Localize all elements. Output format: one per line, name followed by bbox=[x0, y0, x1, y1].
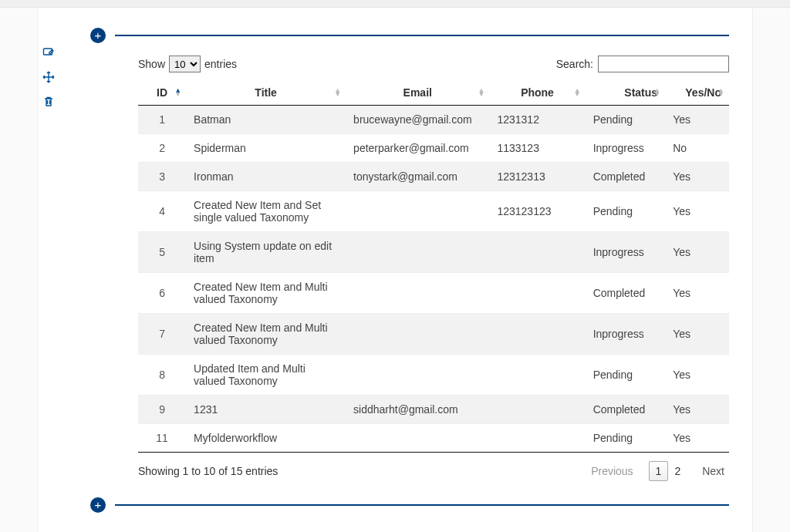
table-cell bbox=[489, 314, 585, 355]
table-cell: Inprogress bbox=[586, 314, 666, 355]
table-cell: Pending bbox=[586, 106, 666, 134]
table-cell: 4 bbox=[138, 191, 186, 232]
sort-icon: ▲▼ bbox=[717, 89, 724, 96]
table-cell bbox=[346, 424, 489, 453]
table-cell: Completed bbox=[586, 396, 666, 424]
table-cell: 3 bbox=[138, 163, 186, 191]
col-header-phone[interactable]: Phone ▲▼ bbox=[489, 80, 585, 106]
search-filter: Search: bbox=[556, 56, 729, 72]
table-cell: Created New Item and Set single valued T… bbox=[186, 191, 346, 232]
table-cell: Updated Item and Multi valued Taxonomy bbox=[186, 355, 346, 396]
table-cell bbox=[346, 355, 489, 396]
table-cell bbox=[489, 396, 585, 424]
table-cell: Pending bbox=[586, 355, 666, 396]
sort-icon: ▲▼ bbox=[334, 89, 341, 96]
page-number[interactable]: 1 bbox=[649, 461, 669, 481]
table-cell bbox=[489, 273, 585, 314]
data-table: ID ▲▼ Title ▲▼ Email ▲▼ Phone ▲▼ bbox=[138, 80, 729, 453]
table-cell: Spiderman bbox=[186, 134, 346, 163]
table-cell bbox=[346, 314, 489, 355]
datatable-wrapper: Show 10 entries Search: ID bbox=[138, 56, 729, 480]
table-cell: 123123123 bbox=[489, 191, 585, 232]
table-cell: No bbox=[665, 134, 729, 163]
table-cell: 9 bbox=[138, 396, 186, 424]
move-icon[interactable] bbox=[42, 71, 55, 83]
table-row[interactable]: 1Batmanbrucewayne@gmail.com1231312Pendin… bbox=[138, 106, 729, 134]
search-input[interactable] bbox=[598, 56, 729, 72]
table-cell: Using System update on edit item bbox=[186, 232, 346, 273]
table-cell: Completed bbox=[586, 163, 666, 191]
table-cell: Inprogress bbox=[586, 134, 666, 163]
col-header-id[interactable]: ID ▲▼ bbox=[138, 80, 186, 106]
table-cell bbox=[489, 355, 585, 396]
table-row[interactable]: 4Created New Item and Set single valued … bbox=[138, 191, 729, 232]
section-divider-top bbox=[90, 28, 729, 43]
datatable-footer: Showing 1 to 10 of 15 entries Previous 1… bbox=[138, 462, 729, 480]
sort-icon: ▲▼ bbox=[478, 89, 485, 96]
col-header-id-label: ID bbox=[157, 86, 167, 99]
table-cell bbox=[346, 273, 489, 314]
webpart-page: Show 10 entries Search: ID bbox=[37, 8, 753, 532]
table-cell: Batman bbox=[186, 106, 346, 134]
datatable-header: Show 10 entries Search: bbox=[138, 56, 729, 72]
table-cell: Created New Item and Multi valued Taxono… bbox=[186, 273, 346, 314]
table-cell: peterparker@gmail.com bbox=[346, 134, 489, 163]
table-cell: Pending bbox=[586, 191, 666, 232]
col-header-yesno-label: Yes/No bbox=[685, 86, 721, 99]
length-menu: Show 10 entries bbox=[138, 56, 237, 72]
webpart-mini-toolbar bbox=[42, 46, 55, 108]
delete-icon[interactable] bbox=[42, 96, 55, 108]
table-row[interactable]: 7Created New Item and Multi valued Taxon… bbox=[138, 314, 729, 355]
table-cell: siddharht@gmail.com bbox=[346, 396, 489, 424]
table-row[interactable]: 91231siddharht@gmail.comCompletedYes bbox=[138, 396, 729, 424]
table-cell: 1231312 bbox=[489, 106, 585, 134]
table-row[interactable]: 2Spidermanpeterparker@gmail.com1133123In… bbox=[138, 134, 729, 163]
page-number[interactable]: 2 bbox=[668, 462, 687, 480]
col-header-status-label: Status bbox=[624, 86, 657, 99]
table-cell: Yes bbox=[665, 191, 729, 232]
add-section-button-top[interactable] bbox=[90, 28, 106, 43]
col-header-email-label: Email bbox=[403, 86, 432, 99]
length-select[interactable]: 10 bbox=[169, 56, 201, 72]
sort-icon: ▲▼ bbox=[174, 89, 181, 96]
section-divider-bottom bbox=[90, 497, 729, 513]
table-body: 1Batmanbrucewayne@gmail.com1231312Pendin… bbox=[138, 106, 729, 453]
table-row[interactable]: 6Created New Item and Multi valued Taxon… bbox=[138, 273, 729, 314]
table-cell bbox=[489, 424, 585, 453]
pagination: Previous 12 Next bbox=[586, 462, 729, 480]
table-row[interactable]: 8Updated Item and Multi valued TaxonomyP… bbox=[138, 355, 729, 396]
add-section-button-bottom[interactable] bbox=[90, 497, 106, 513]
table-cell: 1 bbox=[138, 106, 186, 134]
table-cell: tonystark@gmail.com bbox=[346, 163, 489, 191]
sort-icon: ▲▼ bbox=[653, 89, 660, 96]
table-cell bbox=[346, 191, 489, 232]
table-cell: 5 bbox=[138, 232, 186, 273]
table-cell: Created New Item and Multi valued Taxono… bbox=[186, 314, 346, 355]
table-cell: Yes bbox=[665, 273, 729, 314]
table-cell: brucewayne@gmail.com bbox=[346, 106, 489, 134]
col-header-title-label: Title bbox=[255, 86, 277, 99]
table-cell: 6 bbox=[138, 273, 186, 314]
col-header-yesno[interactable]: Yes/No ▲▼ bbox=[665, 80, 729, 106]
col-header-email[interactable]: Email ▲▼ bbox=[346, 80, 489, 106]
previous-button[interactable]: Previous bbox=[586, 462, 637, 480]
table-row[interactable]: 3Ironmantonystark@gmail.com12312313Compl… bbox=[138, 163, 729, 191]
next-button[interactable]: Next bbox=[697, 462, 729, 480]
table-row[interactable]: 11MyfolderworkflowPendingYes bbox=[138, 424, 729, 453]
table-info: Showing 1 to 10 of 15 entries bbox=[138, 465, 278, 477]
col-header-status[interactable]: Status ▲▼ bbox=[586, 80, 666, 106]
edit-icon[interactable] bbox=[42, 46, 55, 59]
table-cell: Inprogress bbox=[586, 232, 666, 273]
table-row[interactable]: 5Using System update on edit itemInprogr… bbox=[138, 232, 729, 273]
table-cell: Yes bbox=[665, 106, 729, 134]
table-cell: 2 bbox=[138, 134, 186, 163]
table-cell: Yes bbox=[665, 424, 729, 453]
table-cell: Yes bbox=[665, 163, 729, 191]
col-header-title[interactable]: Title ▲▼ bbox=[186, 80, 346, 106]
length-suffix: entries bbox=[204, 58, 237, 70]
divider-line bbox=[115, 35, 729, 36]
table-cell: Completed bbox=[586, 273, 666, 314]
table-cell: Ironman bbox=[186, 163, 346, 191]
sort-icon: ▲▼ bbox=[574, 89, 581, 96]
length-prefix: Show bbox=[138, 58, 165, 70]
